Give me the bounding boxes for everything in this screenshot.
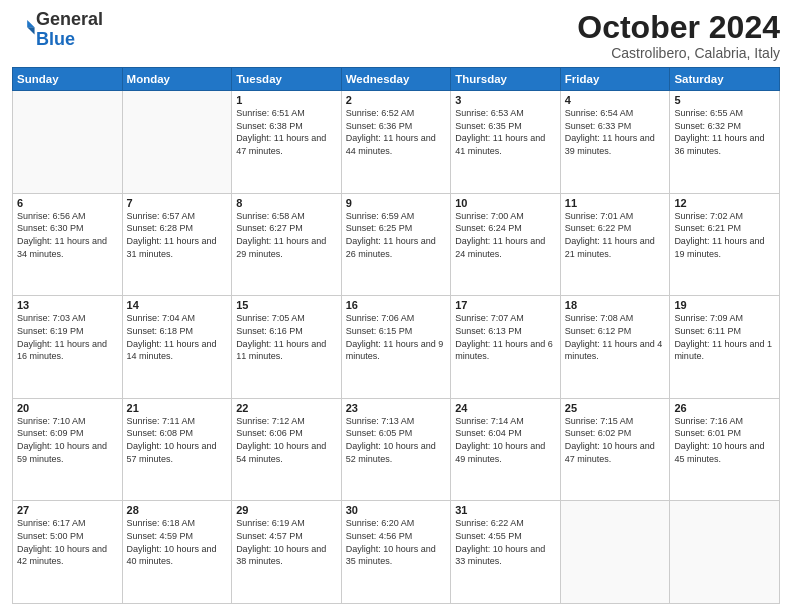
calendar-cell: 27Sunrise: 6:17 AMSunset: 5:00 PMDayligh…	[13, 501, 123, 604]
calendar-cell: 14Sunrise: 7:04 AMSunset: 6:18 PMDayligh…	[122, 296, 232, 399]
location-text: Castrolibero, Calabria, Italy	[577, 45, 780, 61]
day-number: 31	[455, 504, 556, 516]
calendar-cell: 3Sunrise: 6:53 AMSunset: 6:35 PMDaylight…	[451, 91, 561, 194]
day-number: 14	[127, 299, 228, 311]
day-number: 5	[674, 94, 775, 106]
calendar-cell: 15Sunrise: 7:05 AMSunset: 6:16 PMDayligh…	[232, 296, 342, 399]
day-detail: Sunrise: 6:20 AMSunset: 4:56 PMDaylight:…	[346, 517, 447, 567]
weekday-row: SundayMondayTuesdayWednesdayThursdayFrid…	[13, 68, 780, 91]
calendar-cell: 5Sunrise: 6:55 AMSunset: 6:32 PMDaylight…	[670, 91, 780, 194]
calendar-cell: 19Sunrise: 7:09 AMSunset: 6:11 PMDayligh…	[670, 296, 780, 399]
weekday-header-monday: Monday	[122, 68, 232, 91]
day-number: 16	[346, 299, 447, 311]
day-detail: Sunrise: 7:14 AMSunset: 6:04 PMDaylight:…	[455, 415, 556, 465]
day-detail: Sunrise: 7:09 AMSunset: 6:11 PMDaylight:…	[674, 312, 775, 362]
calendar-cell: 25Sunrise: 7:15 AMSunset: 6:02 PMDayligh…	[560, 398, 670, 501]
day-detail: Sunrise: 6:19 AMSunset: 4:57 PMDaylight:…	[236, 517, 337, 567]
calendar-cell: 17Sunrise: 7:07 AMSunset: 6:13 PMDayligh…	[451, 296, 561, 399]
calendar-body: 1Sunrise: 6:51 AMSunset: 6:38 PMDaylight…	[13, 91, 780, 604]
weekday-header-thursday: Thursday	[451, 68, 561, 91]
day-detail: Sunrise: 6:52 AMSunset: 6:36 PMDaylight:…	[346, 107, 447, 157]
calendar-cell: 2Sunrise: 6:52 AMSunset: 6:36 PMDaylight…	[341, 91, 451, 194]
calendar-cell	[13, 91, 123, 194]
calendar-cell: 12Sunrise: 7:02 AMSunset: 6:21 PMDayligh…	[670, 193, 780, 296]
calendar-cell: 6Sunrise: 6:56 AMSunset: 6:30 PMDaylight…	[13, 193, 123, 296]
calendar-cell: 16Sunrise: 7:06 AMSunset: 6:15 PMDayligh…	[341, 296, 451, 399]
calendar-cell: 24Sunrise: 7:14 AMSunset: 6:04 PMDayligh…	[451, 398, 561, 501]
day-number: 29	[236, 504, 337, 516]
day-number: 19	[674, 299, 775, 311]
day-detail: Sunrise: 7:07 AMSunset: 6:13 PMDaylight:…	[455, 312, 556, 362]
day-detail: Sunrise: 6:57 AMSunset: 6:28 PMDaylight:…	[127, 210, 228, 260]
day-detail: Sunrise: 7:08 AMSunset: 6:12 PMDaylight:…	[565, 312, 666, 362]
day-number: 4	[565, 94, 666, 106]
day-number: 22	[236, 402, 337, 414]
logo-icon	[14, 17, 36, 39]
calendar-week-row: 6Sunrise: 6:56 AMSunset: 6:30 PMDaylight…	[13, 193, 780, 296]
calendar-cell	[122, 91, 232, 194]
title-block: October 2024 Castrolibero, Calabria, Ita…	[577, 10, 780, 61]
calendar-cell: 11Sunrise: 7:01 AMSunset: 6:22 PMDayligh…	[560, 193, 670, 296]
day-detail: Sunrise: 6:22 AMSunset: 4:55 PMDaylight:…	[455, 517, 556, 567]
day-detail: Sunrise: 7:00 AMSunset: 6:24 PMDaylight:…	[455, 210, 556, 260]
day-detail: Sunrise: 7:15 AMSunset: 6:02 PMDaylight:…	[565, 415, 666, 465]
day-detail: Sunrise: 6:59 AMSunset: 6:25 PMDaylight:…	[346, 210, 447, 260]
day-number: 3	[455, 94, 556, 106]
calendar-cell: 26Sunrise: 7:16 AMSunset: 6:01 PMDayligh…	[670, 398, 780, 501]
logo-blue-text: Blue	[36, 29, 75, 49]
weekday-header-saturday: Saturday	[670, 68, 780, 91]
logo: General Blue	[12, 10, 103, 50]
day-number: 17	[455, 299, 556, 311]
calendar-cell	[560, 501, 670, 604]
day-detail: Sunrise: 7:10 AMSunset: 6:09 PMDaylight:…	[17, 415, 118, 465]
calendar-week-row: 20Sunrise: 7:10 AMSunset: 6:09 PMDayligh…	[13, 398, 780, 501]
day-number: 1	[236, 94, 337, 106]
month-title: October 2024	[577, 10, 780, 45]
day-number: 13	[17, 299, 118, 311]
logo-general-text: General	[36, 9, 103, 29]
calendar-week-row: 13Sunrise: 7:03 AMSunset: 6:19 PMDayligh…	[13, 296, 780, 399]
day-detail: Sunrise: 7:05 AMSunset: 6:16 PMDaylight:…	[236, 312, 337, 362]
calendar-cell: 8Sunrise: 6:58 AMSunset: 6:27 PMDaylight…	[232, 193, 342, 296]
calendar-header: SundayMondayTuesdayWednesdayThursdayFrid…	[13, 68, 780, 91]
calendar-cell: 1Sunrise: 6:51 AMSunset: 6:38 PMDaylight…	[232, 91, 342, 194]
calendar-cell: 22Sunrise: 7:12 AMSunset: 6:06 PMDayligh…	[232, 398, 342, 501]
day-number: 18	[565, 299, 666, 311]
day-number: 23	[346, 402, 447, 414]
day-number: 15	[236, 299, 337, 311]
weekday-header-tuesday: Tuesday	[232, 68, 342, 91]
day-number: 7	[127, 197, 228, 209]
day-number: 10	[455, 197, 556, 209]
day-detail: Sunrise: 7:01 AMSunset: 6:22 PMDaylight:…	[565, 210, 666, 260]
day-number: 11	[565, 197, 666, 209]
day-number: 9	[346, 197, 447, 209]
day-number: 21	[127, 402, 228, 414]
weekday-header-friday: Friday	[560, 68, 670, 91]
day-number: 12	[674, 197, 775, 209]
calendar-cell: 10Sunrise: 7:00 AMSunset: 6:24 PMDayligh…	[451, 193, 561, 296]
day-detail: Sunrise: 6:56 AMSunset: 6:30 PMDaylight:…	[17, 210, 118, 260]
svg-marker-0	[27, 20, 34, 27]
day-detail: Sunrise: 7:12 AMSunset: 6:06 PMDaylight:…	[236, 415, 337, 465]
day-detail: Sunrise: 7:02 AMSunset: 6:21 PMDaylight:…	[674, 210, 775, 260]
day-detail: Sunrise: 7:11 AMSunset: 6:08 PMDaylight:…	[127, 415, 228, 465]
day-number: 25	[565, 402, 666, 414]
day-detail: Sunrise: 7:13 AMSunset: 6:05 PMDaylight:…	[346, 415, 447, 465]
calendar-week-row: 1Sunrise: 6:51 AMSunset: 6:38 PMDaylight…	[13, 91, 780, 194]
svg-marker-1	[27, 27, 34, 34]
day-number: 20	[17, 402, 118, 414]
calendar-cell: 4Sunrise: 6:54 AMSunset: 6:33 PMDaylight…	[560, 91, 670, 194]
day-detail: Sunrise: 6:58 AMSunset: 6:27 PMDaylight:…	[236, 210, 337, 260]
calendar-cell: 23Sunrise: 7:13 AMSunset: 6:05 PMDayligh…	[341, 398, 451, 501]
day-number: 27	[17, 504, 118, 516]
day-detail: Sunrise: 6:55 AMSunset: 6:32 PMDaylight:…	[674, 107, 775, 157]
calendar-cell: 21Sunrise: 7:11 AMSunset: 6:08 PMDayligh…	[122, 398, 232, 501]
day-number: 2	[346, 94, 447, 106]
weekday-header-wednesday: Wednesday	[341, 68, 451, 91]
day-detail: Sunrise: 6:54 AMSunset: 6:33 PMDaylight:…	[565, 107, 666, 157]
day-number: 26	[674, 402, 775, 414]
day-number: 24	[455, 402, 556, 414]
day-detail: Sunrise: 6:51 AMSunset: 6:38 PMDaylight:…	[236, 107, 337, 157]
day-detail: Sunrise: 6:18 AMSunset: 4:59 PMDaylight:…	[127, 517, 228, 567]
calendar-cell: 28Sunrise: 6:18 AMSunset: 4:59 PMDayligh…	[122, 501, 232, 604]
